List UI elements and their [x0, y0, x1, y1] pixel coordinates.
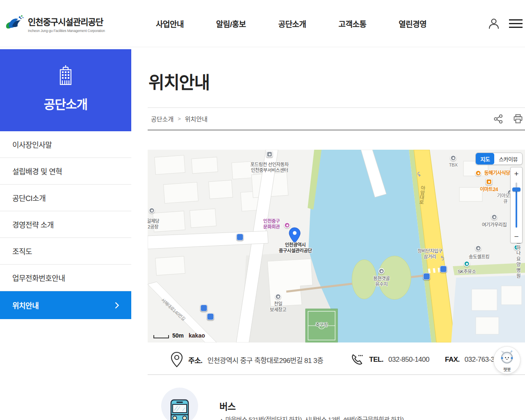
sidebar-item-greeting[interactable]: 이사장인사말	[0, 131, 131, 158]
poi-label-service-center: 포드링컨 선인자동차 인천중부서비스센터	[250, 162, 288, 173]
poi-label-reservoir: 용현갯골 유수지	[373, 276, 390, 288]
svg-text:↶: ↶	[416, 171, 423, 177]
map-type-skyview-button[interactable]: 스카이뷰	[494, 153, 522, 164]
bus-stop-icon	[440, 266, 447, 273]
nav-about[interactable]: 공단소개	[278, 18, 306, 29]
map-canvas[interactable]: ↶ ↶	[148, 150, 525, 342]
chatbot-character-icon	[499, 349, 515, 365]
poi-label-culture-hall: 인천중구 문화회관	[263, 219, 280, 230]
nav-business[interactable]: 사업안내	[156, 18, 184, 29]
nav-open-mgmt[interactable]: 열린경영	[399, 18, 427, 29]
zoom-slider-handle[interactable]	[512, 187, 520, 192]
menu-hamburger-icon[interactable]	[509, 19, 523, 28]
logo-subtitle: Incheon Jung-gu Facilities Management Co…	[28, 29, 105, 33]
user-icon[interactable]	[488, 18, 500, 30]
tel-label: TEL.	[369, 356, 383, 364]
poi-tbx-icon	[450, 155, 457, 161]
logo-title: 인천중구시설관리공단	[28, 15, 105, 27]
sidebar-item-phone-guide[interactable]: 업무전화번호안내	[0, 265, 131, 291]
sidebar-header: 공단소개	[0, 49, 131, 131]
bus-route-info: 마을버스 521번(정비단지 하차), 시내버스 12번, 46번(중구문화회관…	[221, 415, 404, 420]
bus-stop-icon	[201, 305, 208, 312]
poi-reservoir-icon	[379, 268, 385, 274]
poi-label-donghae: 동해기사식당	[484, 170, 510, 176]
chatbot-button[interactable]: 챗봇	[493, 346, 520, 374]
contact-bar: 주소. 인천광역시 중구 축항대로296번길 81 3층 TEL. 032-85…	[148, 345, 525, 375]
bus-stop-icon	[423, 273, 430, 280]
main-nav: 사업안내 알림/홍보 공단소개 고객소통 열린경영	[135, 0, 447, 47]
scale-bar	[153, 335, 169, 338]
logo-mark-icon	[4, 12, 25, 35]
phone-icon	[349, 352, 364, 367]
site-logo[interactable]: 인천중구시설관리공단 Incheon Jung-gu Facilities Ma…	[4, 12, 105, 35]
bus-icon	[170, 399, 189, 420]
sidebar-item-ci[interactable]: 공단CI소개	[0, 185, 131, 211]
sidebar-item-location[interactable]: 위치안내	[0, 291, 131, 319]
location-pin-icon	[170, 352, 183, 368]
poi-factory-icon	[149, 208, 155, 214]
zoom-slider[interactable]	[511, 180, 522, 230]
breadcrumb: 공단소개 > 위치안내	[151, 114, 208, 123]
breadcrumb-bar: 공단소개 > 위치안내	[148, 107, 525, 130]
bus-illustration-circle	[161, 388, 198, 420]
building-icon	[54, 64, 77, 87]
map-base: ↶ ↶	[148, 150, 525, 342]
poi-label-warehouse: 천일 보세창고	[270, 301, 286, 313]
tel-value: 032-850-1400	[388, 356, 429, 364]
poi-label-marker: 인천광역시 중구시설관리공단	[279, 242, 312, 254]
poi-label-sk-gas: SK주유소	[458, 269, 476, 275]
map-scale: 50m kakao	[153, 333, 205, 338]
address-label: 주소.	[188, 355, 203, 365]
nav-customer[interactable]: 고객소통	[338, 18, 366, 29]
sidebar-item-history[interactable]: 설립배경 및 연혁	[0, 158, 131, 185]
poi-gas-station-icon	[464, 261, 470, 267]
poi-culture-hall-icon	[284, 222, 290, 228]
poi-label-emart: 이마트24	[480, 187, 498, 192]
scale-value: 50m	[172, 333, 184, 338]
sidebar: 공단소개 이사장인사말 설립배경 및 연혁 공단CI소개 경영전략 소개 조직도…	[0, 49, 131, 319]
poi-label-soccer-field: 축구장	[315, 322, 328, 328]
page-title: 위치안내	[148, 68, 210, 94]
map-zoom-control: + −	[510, 167, 523, 243]
chatbot-label: 챗봇	[494, 366, 520, 372]
breadcrumb-separator: >	[178, 116, 181, 122]
print-button[interactable]	[513, 114, 523, 124]
kakao-logo: kakao	[189, 333, 205, 338]
nav-news[interactable]: 알림/홍보	[216, 18, 246, 29]
bus-stop-icon	[207, 313, 214, 320]
poi-emart-icon	[486, 179, 492, 185]
zoom-in-button[interactable]: +	[511, 167, 522, 180]
sidebar-item-organization[interactable]: 조직도	[0, 238, 131, 265]
sidebar-item-strategy[interactable]: 경영전략 소개	[0, 211, 131, 238]
breadcrumb-location[interactable]: 위치안내	[185, 114, 208, 123]
bus-stop-icon	[237, 234, 244, 241]
poi-label-cheiljedang: 제일제당 선2공장	[148, 219, 159, 230]
map-type-control: 지도 스카이뷰	[475, 153, 523, 165]
chevron-right-icon	[115, 302, 119, 309]
poi-warehouse-icon	[275, 294, 281, 300]
zoom-out-button[interactable]: −	[511, 230, 522, 243]
breadcrumb-about[interactable]: 공단소개	[151, 114, 173, 123]
map-type-map-button[interactable]: 지도	[476, 153, 494, 164]
address-value: 인천광역시 중구 축항대로296번길 81 3층	[208, 355, 324, 365]
poi-label-tbx: TBX	[449, 162, 458, 168]
share-button[interactable]	[493, 114, 504, 124]
poi-house-icon	[491, 214, 498, 220]
poi-label-junction: 정비단지입구 삼거리	[418, 249, 442, 260]
poi-label-here-house: 여기가우리집	[482, 222, 507, 228]
sidebar-title: 공단소개	[0, 94, 131, 112]
poi-car-service-icon	[267, 151, 273, 158]
header: 인천중구시설관리공단 Incheon Jung-gu Facilities Ma…	[0, 0, 525, 47]
poi-selfking-icon	[475, 245, 482, 251]
poi-restaurant-icon	[475, 170, 482, 176]
fax-label: FAX.	[445, 356, 460, 364]
main-content: 위치안내 공단소개 > 위치안내	[148, 47, 525, 420]
poi-label-selfking: 송도셀프킹	[469, 254, 489, 260]
bus-section-title: 버스	[219, 399, 235, 412]
